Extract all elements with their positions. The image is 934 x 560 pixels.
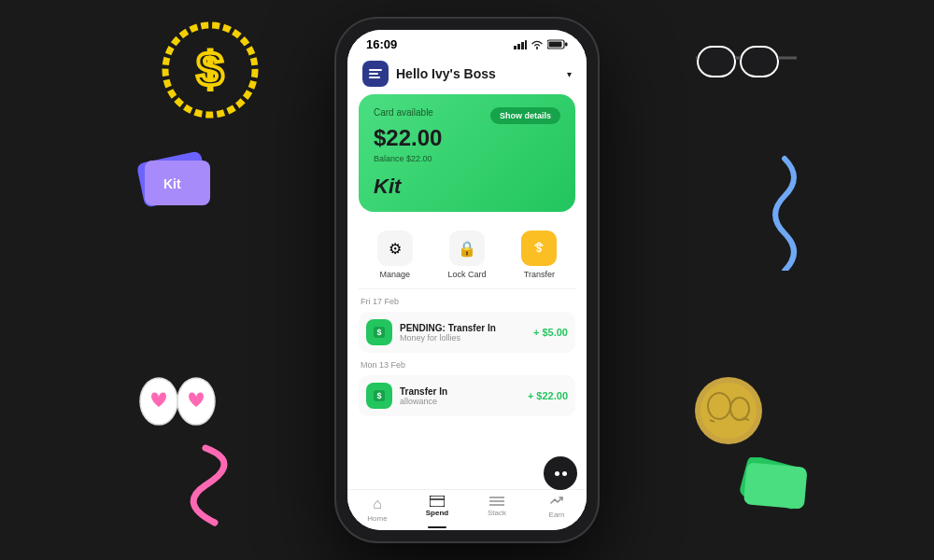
card-balance: Balance $22.00: [374, 154, 560, 163]
svg-text:$: $: [376, 391, 381, 400]
manage-icon: ⚙: [377, 231, 413, 266]
txn-details-pending: PENDING: Transfer In Money for lollies: [400, 323, 533, 343]
lock-icon: 🔒: [449, 231, 485, 266]
deco-dollar-coin: $: [159, 19, 252, 112]
svg-rect-22: [514, 46, 517, 49]
svg-rect-25: [525, 40, 527, 49]
manage-label: Manage: [379, 270, 410, 279]
nav-stack-label: Stack: [488, 509, 506, 517]
svg-rect-27: [565, 43, 568, 47]
status-bar: 16:09: [347, 30, 587, 55]
nav-earn-label: Earn: [549, 511, 565, 519]
txn-title-pending: PENDING: Transfer In: [400, 323, 533, 333]
svg-text:$: $: [376, 328, 381, 337]
status-time: 16:09: [366, 37, 397, 51]
phone-frame: 16:09: [336, 19, 598, 541]
transfer-button[interactable]: $ Transfer: [503, 231, 575, 279]
avatar: [362, 61, 389, 87]
svg-text:$: $: [197, 42, 224, 96]
deco-kit-card: Kit: [135, 149, 219, 210]
txn-subtitle-pending: Money for lollies: [400, 333, 533, 343]
chevron-down-icon: ▾: [567, 69, 572, 79]
card-top-row: Card available Show details: [374, 107, 560, 124]
transaction-pending-transfer-in[interactable]: $ PENDING: Transfer In Money for lollies…: [359, 312, 575, 353]
svg-text:Kit: Kit: [163, 176, 181, 191]
phone-screen: 16:09: [347, 30, 587, 530]
svg-point-16: [708, 393, 730, 419]
svg-rect-20: [738, 457, 807, 511]
show-details-button[interactable]: Show details: [490, 107, 560, 124]
svg-rect-28: [549, 42, 562, 48]
manage-button[interactable]: ⚙ Manage: [359, 231, 431, 279]
svg-rect-2: [136, 150, 209, 208]
deco-blue-squiggle: [757, 149, 813, 271]
nav-home-label: Home: [367, 514, 387, 523]
transfer-label: Transfer: [524, 270, 555, 279]
nav-spend-label: Spend: [426, 509, 448, 517]
app-header: Hello Ivy's Boss ▾: [347, 55, 587, 94]
svg-rect-7: [741, 47, 778, 77]
battery-icon: [547, 39, 568, 49]
bottom-navigation: ⌂ Home Spend: [347, 489, 587, 530]
txn-details-allowance: Transfer In allowance: [400, 386, 528, 406]
date-group-mon-13-feb: Mon 13 Feb: [359, 360, 575, 370]
svg-rect-3: [145, 161, 210, 205]
svg-rect-23: [517, 44, 520, 49]
txn-subtitle-allowance: allowance: [400, 397, 528, 406]
lock-card-button[interactable]: 🔒 Lock Card: [431, 231, 502, 279]
svg-point-14: [695, 377, 762, 444]
nav-stack[interactable]: Stack: [467, 496, 527, 523]
header-title: Hello Ivy's Boss: [396, 66, 564, 81]
deco-pink-squiggle: [187, 439, 262, 532]
action-buttons-row: ⚙ Manage 🔒 Lock Card $ Transfer: [359, 223, 575, 289]
transaction-transfer-in-allowance[interactable]: $ Transfer In allowance + $22.00: [359, 375, 575, 416]
wifi-icon: [531, 40, 544, 49]
card-available-label: Card available: [374, 107, 433, 118]
svg-rect-6: [698, 47, 735, 77]
txn-amount-allowance: + $22.00: [528, 390, 568, 401]
deco-green-card: [738, 457, 813, 532]
svg-point-12: [140, 378, 177, 425]
earn-icon: [550, 496, 563, 509]
transfer-icon: $: [521, 231, 557, 266]
stack-icon: [489, 496, 504, 507]
svg-point-0: [165, 25, 255, 115]
lock-card-label: Lock Card: [447, 270, 486, 279]
signal-icon: [514, 40, 527, 49]
deco-sunglasses: [696, 37, 789, 89]
svg-line-19: [743, 418, 749, 420]
txn-title-allowance: Transfer In: [400, 386, 528, 397]
fab-dots-icon: [555, 471, 567, 476]
bank-card: Card available Show details $22.00 Balan…: [359, 94, 575, 212]
txn-amount-pending: + $5.00: [533, 327, 568, 338]
deco-gold-coin: [691, 373, 766, 448]
avatar-menu-icon: [369, 69, 382, 78]
svg-rect-24: [521, 42, 524, 49]
svg-rect-21: [743, 462, 808, 509]
home-icon: ⌂: [373, 496, 382, 512]
svg-rect-35: [430, 496, 445, 507]
main-scroll-area: Card available Show details $22.00 Balan…: [347, 94, 587, 489]
status-icons: [514, 39, 568, 49]
nav-earn[interactable]: Earn: [527, 496, 587, 523]
nav-home[interactable]: ⌂ Home: [347, 496, 407, 523]
nav-spend[interactable]: Spend: [407, 496, 467, 523]
fab-menu-button[interactable]: [544, 456, 577, 490]
svg-point-13: [177, 378, 215, 425]
svg-rect-5: [698, 47, 735, 77]
svg-point-17: [730, 398, 749, 420]
spend-icon: [430, 496, 445, 507]
date-group-fri-17-feb: Fri 17 Feb: [359, 297, 575, 306]
card-amount: $22.00: [374, 126, 560, 150]
card-brand: Kit: [374, 175, 560, 199]
deco-hearts: [135, 364, 219, 439]
svg-rect-8: [741, 47, 778, 77]
svg-line-18: [710, 420, 715, 422]
txn-icon-transfer: $: [366, 383, 392, 409]
svg-point-15: [700, 383, 757, 439]
txn-icon-pending: $: [366, 319, 392, 345]
